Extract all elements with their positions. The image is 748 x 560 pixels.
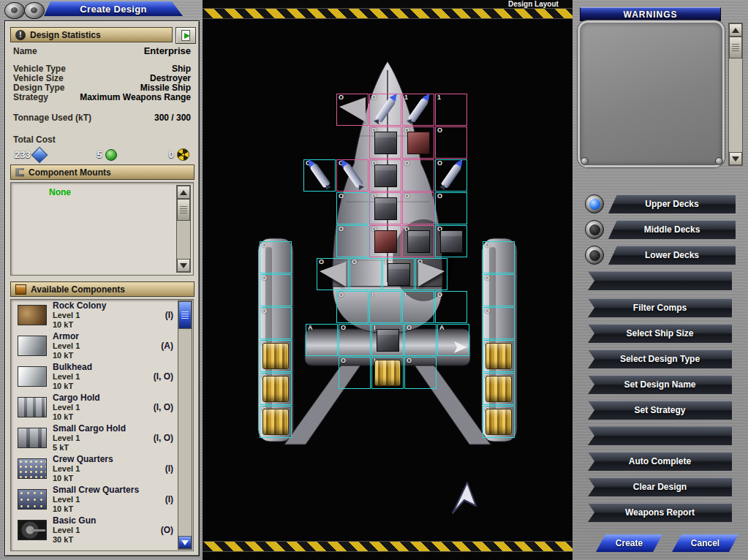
costs-row: 233 5 0 (13, 148, 191, 161)
mounts-scrollbar[interactable] (176, 185, 191, 273)
warnings-scroll-thumb[interactable] (729, 37, 742, 58)
layout-cell[interactable]: O (369, 126, 401, 159)
layout-cell[interactable]: O (483, 406, 515, 438)
layout-cell[interactable]: O (483, 340, 515, 372)
components-scroll-down-button[interactable] (178, 536, 192, 549)
action-select-design-type[interactable]: Select Design Type (588, 349, 732, 368)
deck-bar-middle-decks[interactable]: Middle Decks (608, 220, 736, 239)
layout-cell[interactable]: O (369, 225, 401, 257)
deck-radio-upper-decks[interactable] (585, 194, 604, 213)
action-filter-comps[interactable]: Filter Comps (588, 298, 732, 317)
deck-radio-middle-decks[interactable] (585, 220, 604, 239)
redbox-component-icon (374, 230, 397, 253)
layout-cell[interactable]: O (435, 225, 467, 257)
warnings-scroll-up-button[interactable] (729, 23, 742, 37)
layout-cell[interactable]: O (260, 340, 292, 372)
layout-cell[interactable]: I (371, 324, 404, 356)
layout-cell[interactable]: O (260, 406, 292, 438)
layout-cell[interactable]: O (260, 307, 292, 339)
layout-cell[interactable]: O (483, 241, 515, 273)
layout-cell[interactable]: O (260, 373, 292, 405)
window-knob-2[interactable] (24, 2, 45, 19)
warnings-list[interactable] (578, 20, 725, 167)
crate-icon (15, 284, 26, 295)
action-auto-complete[interactable]: Auto Complete (588, 452, 732, 471)
layout-cell[interactable]: O (435, 126, 467, 159)
component-mounts-list[interactable]: None (10, 182, 194, 276)
design-canvas[interactable]: OO11OOOOOOOOOOOOOOOOOOIOOIIOAOIOAOIOOOOO… (203, 19, 573, 541)
component-row[interactable]: Basic GunLevel 130 kT(O) (11, 515, 193, 545)
layout-cell[interactable]: O (369, 159, 401, 192)
deck-bar-lower-decks[interactable]: Lower Decks (608, 246, 736, 265)
components-scroll-thumb[interactable] (178, 301, 192, 329)
layout-cell[interactable]: O (369, 94, 401, 126)
layout-cell[interactable]: O (336, 192, 369, 224)
layout-cell[interactable]: O (404, 324, 437, 356)
deck-radio-lower-decks[interactable] (585, 246, 604, 265)
action-set-design-name[interactable]: Set Design Name (588, 375, 732, 394)
layout-cell[interactable]: O (415, 258, 447, 290)
layout-cell[interactable]: O (435, 291, 467, 323)
layout-cell[interactable]: I (369, 291, 401, 323)
layout-cell[interactable]: O (260, 241, 292, 273)
mounts-scroll-up-button[interactable] (177, 186, 190, 199)
layout-cell[interactable]: O (303, 159, 336, 192)
layout-cell[interactable]: O (483, 373, 515, 405)
component-row[interactable]: Cargo HoldLevel 110 kT(I, O) (11, 392, 193, 423)
cells-layer: OO11OOOOOOOOOOOOOOOOOOIOOIIOAOIOAOIOOOOO… (203, 19, 573, 541)
missile-component-icon (374, 97, 396, 123)
layout-cell[interactable]: O (483, 274, 515, 306)
layout-cell[interactable]: A (306, 324, 338, 356)
layout-cell[interactable]: O (402, 225, 434, 257)
layout-cell[interactable]: I (402, 291, 434, 323)
warnings-scroll-down-button[interactable] (729, 152, 742, 165)
layout-cell[interactable]: O (260, 274, 292, 306)
action-set-strategy[interactable]: Set Strategy (588, 401, 732, 420)
layout-cell[interactable]: O (317, 258, 349, 290)
component-row[interactable]: Rock ColonyLevel 110 kT(I) (11, 300, 193, 330)
component-row[interactable]: BulkheadLevel 110 kT(I, O) (11, 361, 193, 392)
engine-component-icon (486, 409, 512, 435)
create-button[interactable]: Create (596, 534, 662, 552)
layout-cell[interactable]: O (404, 357, 437, 389)
cancel-button[interactable]: Cancel (672, 534, 738, 552)
layout-cell[interactable]: O (336, 291, 369, 323)
box-component-icon (388, 263, 410, 286)
layout-cell[interactable]: O (336, 225, 369, 257)
mounts-scroll-thumb[interactable] (177, 199, 190, 221)
layout-cell[interactable]: O (339, 357, 371, 389)
layout-cell[interactable]: O (350, 258, 382, 290)
warnings-scrollbar[interactable] (728, 23, 743, 166)
mounts-scroll-down-button[interactable] (177, 259, 190, 272)
layout-cell[interactable]: O (435, 192, 467, 224)
blank-bar (588, 426, 732, 445)
layout-cell[interactable]: 1 (435, 94, 467, 126)
component-row[interactable]: Small Cargo HoldLevel 15 kT(I, O) (11, 423, 193, 453)
component-row[interactable]: Small Crew QuartersLevel 110 kT(I) (11, 484, 193, 515)
action-clear-design[interactable]: Clear Design (588, 477, 732, 496)
component-row[interactable]: Crew QuartersLevel 110 kT(I) (11, 453, 193, 484)
layout-cell[interactable]: O (336, 159, 369, 192)
window-knob-1[interactable] (4, 2, 25, 19)
component-size: 10 kT (53, 320, 175, 330)
layout-cell[interactable]: O (483, 307, 515, 339)
deck-bar-upper-decks[interactable]: Upper Decks (608, 194, 736, 213)
layout-cell[interactable]: O (336, 94, 369, 126)
layout-cell[interactable]: 1 (402, 94, 434, 126)
layout-cell[interactable]: O (339, 324, 371, 356)
component-size: 5 kT (53, 443, 175, 453)
layout-cell[interactable]: O (402, 159, 434, 192)
layout-cell[interactable]: I (382, 258, 415, 290)
action-weapons-report[interactable]: Weapons Report (588, 503, 732, 522)
components-list[interactable]: Rock ColonyLevel 110 kT(I)ArmorLevel 110… (10, 299, 194, 551)
export-design-button[interactable] (175, 27, 196, 44)
layout-cell[interactable]: O (369, 192, 401, 224)
layout-cell[interactable]: O (402, 126, 434, 159)
component-row[interactable]: ArmorLevel 110 kT(A) (11, 330, 193, 361)
layout-cell[interactable]: O (435, 159, 467, 192)
action-select-ship-size[interactable]: Select Ship Size (588, 324, 732, 343)
layout-cell[interactable]: I (371, 357, 404, 389)
layout-cell[interactable]: A (437, 324, 469, 356)
components-scrollbar[interactable] (178, 300, 192, 550)
layout-cell[interactable]: O (402, 192, 434, 224)
